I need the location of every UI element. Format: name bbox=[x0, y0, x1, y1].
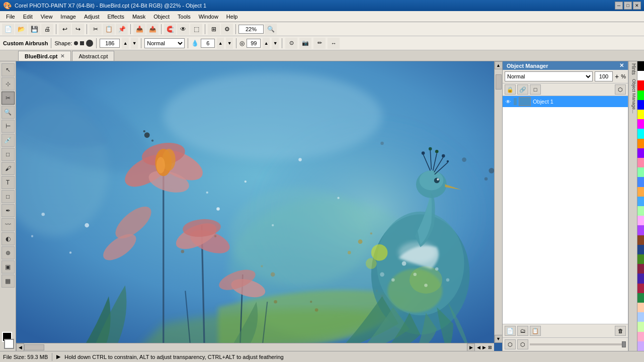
palette-color[interactable] bbox=[637, 100, 644, 110]
square-shape[interactable] bbox=[80, 41, 84, 45]
copy-object-button[interactable]: 📋 bbox=[530, 326, 541, 336]
lock-icon[interactable]: 🔒 bbox=[505, 84, 516, 95]
menu-item-effects[interactable]: Effects bbox=[104, 13, 128, 21]
zoom-tool[interactable]: 🔍 bbox=[2, 106, 15, 119]
close-button[interactable]: ✕ bbox=[633, 2, 641, 10]
text-tool[interactable]: T bbox=[2, 176, 15, 189]
menu-item-object[interactable]: Object bbox=[149, 13, 174, 21]
new-button[interactable]: 📄 bbox=[2, 24, 14, 35]
palette-color[interactable] bbox=[637, 148, 644, 158]
eraser-tool[interactable]: □ bbox=[2, 148, 15, 161]
settings-btn[interactable]: ✏ bbox=[313, 38, 326, 49]
zoom-input[interactable] bbox=[238, 25, 264, 34]
palette-color[interactable] bbox=[637, 158, 644, 167]
feather-up-button[interactable]: ▲ bbox=[263, 38, 270, 49]
palette-color[interactable] bbox=[637, 235, 644, 245]
om-opacity-input[interactable] bbox=[595, 71, 613, 81]
palette-color[interactable] bbox=[637, 71, 644, 80]
tab-close-icon[interactable]: ✕ bbox=[60, 53, 64, 59]
eyedropper-tool[interactable]: 💉 bbox=[2, 134, 15, 147]
spray-toggle[interactable]: ⊙ bbox=[285, 38, 297, 49]
shape-tool[interactable]: □ bbox=[2, 190, 15, 203]
gradient-tool[interactable]: ▦ bbox=[2, 275, 15, 288]
palette-color[interactable] bbox=[637, 177, 644, 187]
combine-button[interactable]: ⬡ bbox=[517, 339, 528, 349]
blank-icon[interactable]: □ bbox=[530, 84, 541, 95]
align-button[interactable]: ⊞ bbox=[208, 24, 220, 35]
transform-tool[interactable]: ⊹ bbox=[2, 77, 15, 90]
vertical-scrollbar[interactable]: ▲ ▼ bbox=[494, 61, 502, 343]
tab-BlueBird-cpt[interactable]: BlueBird.cpt✕ bbox=[18, 51, 71, 61]
horizontal-scrollbar[interactable]: ◀ ▶ ◀ ▶ ⊠ bbox=[16, 343, 494, 351]
background-color[interactable] bbox=[4, 339, 14, 349]
zoom-fit-icon[interactable]: ⊠ bbox=[488, 345, 492, 350]
new-object-button[interactable]: 📄 bbox=[505, 326, 516, 336]
view-button[interactable]: 👁 bbox=[177, 24, 189, 35]
brush-size-input[interactable] bbox=[100, 39, 120, 48]
hints-tab[interactable]: Hints bbox=[628, 61, 637, 77]
small-dot-shape[interactable] bbox=[74, 41, 78, 45]
scroll-left-button[interactable]: ◀ bbox=[16, 343, 24, 351]
palette-color[interactable] bbox=[637, 293, 644, 303]
delete-object-button[interactable]: 🗑 bbox=[615, 326, 626, 336]
more-btn[interactable]: ↔ bbox=[328, 38, 340, 49]
object-row[interactable]: 👁 Object 1 bbox=[503, 96, 628, 107]
menu-item-edit[interactable]: Edit bbox=[19, 13, 37, 21]
palette-color[interactable] bbox=[637, 206, 644, 216]
brush-tool-btn[interactable]: 📷 bbox=[299, 38, 311, 49]
import-button[interactable]: 📥 bbox=[133, 24, 145, 35]
size-down-button[interactable]: ▼ bbox=[131, 38, 138, 49]
scroll-right-button[interactable]: ▶ bbox=[467, 343, 475, 351]
palette-color[interactable] bbox=[637, 61, 644, 71]
new-layer-icon[interactable]: ⬡ bbox=[615, 84, 626, 95]
mask-button[interactable]: ⬚ bbox=[190, 24, 202, 35]
pen-tool[interactable]: ✒ bbox=[2, 204, 15, 217]
cut-button[interactable]: ✂ bbox=[90, 24, 102, 35]
scroll-thumb-vertical[interactable] bbox=[496, 74, 502, 89]
link-icon[interactable]: 🔗 bbox=[517, 84, 528, 95]
paint-tool[interactable]: 🖌 bbox=[2, 162, 15, 175]
palette-color[interactable] bbox=[637, 139, 644, 148]
print-button[interactable]: 🖨 bbox=[41, 24, 53, 35]
zoom-options-button[interactable]: 🔍 bbox=[265, 24, 277, 35]
plus-icon[interactable]: + bbox=[615, 72, 619, 80]
undo-button[interactable]: ↩ bbox=[59, 24, 71, 35]
circle-shape[interactable] bbox=[86, 40, 93, 47]
palette-color[interactable] bbox=[637, 312, 644, 322]
palette-color[interactable] bbox=[637, 167, 644, 177]
merge-button[interactable]: ⬡ bbox=[505, 339, 516, 349]
redo-button[interactable]: ↪ bbox=[72, 24, 84, 35]
palette-color[interactable] bbox=[637, 264, 644, 274]
scroll-up-button[interactable]: ▲ bbox=[495, 61, 503, 69]
palette-color[interactable] bbox=[637, 119, 644, 129]
straighten-tool[interactable]: ⊢ bbox=[2, 120, 15, 133]
menu-item-image[interactable]: Image bbox=[56, 13, 80, 21]
object-manager-tab[interactable]: Object Manage... bbox=[628, 77, 637, 351]
open-button[interactable]: 📂 bbox=[15, 24, 27, 35]
maximize-button[interactable]: □ bbox=[624, 2, 632, 10]
smear-tool[interactable]: 〰 bbox=[2, 218, 15, 231]
eye-icon[interactable]: 👁 bbox=[505, 98, 512, 105]
menu-item-file[interactable]: File bbox=[2, 13, 19, 21]
menu-item-help[interactable]: Help bbox=[222, 13, 242, 21]
tab-Abstract-cpt[interactable]: Abstract.cpt bbox=[72, 51, 114, 61]
opacity-slider[interactable] bbox=[530, 343, 626, 345]
snap-button[interactable]: 🧲 bbox=[164, 24, 176, 35]
rate-input[interactable] bbox=[201, 39, 215, 48]
menu-item-tools[interactable]: Tools bbox=[174, 13, 195, 21]
navigator-zoom-icon[interactable]: ◀ bbox=[477, 345, 480, 350]
blend-mode-select[interactable]: Normal Multiply Screen Overlay bbox=[144, 38, 185, 48]
paste-button[interactable]: 📌 bbox=[116, 24, 128, 35]
feather-down-button[interactable]: ▼ bbox=[272, 38, 279, 49]
palette-color[interactable] bbox=[637, 197, 644, 206]
menu-item-window[interactable]: Window bbox=[195, 13, 222, 21]
palette-color[interactable] bbox=[637, 245, 644, 254]
close-panel-icon[interactable]: ✕ bbox=[619, 62, 624, 69]
crop-tool[interactable]: ✂ bbox=[2, 92, 15, 105]
palette-color[interactable] bbox=[637, 80, 644, 90]
save-button[interactable]: 💾 bbox=[28, 24, 40, 35]
palette-color[interactable] bbox=[637, 254, 644, 264]
scroll-thumb-horizontal[interactable] bbox=[24, 344, 44, 350]
menu-item-mask[interactable]: Mask bbox=[128, 13, 149, 21]
om-blend-select[interactable]: Normal Multiply Screen Overlay Hard Ligh… bbox=[505, 71, 593, 81]
